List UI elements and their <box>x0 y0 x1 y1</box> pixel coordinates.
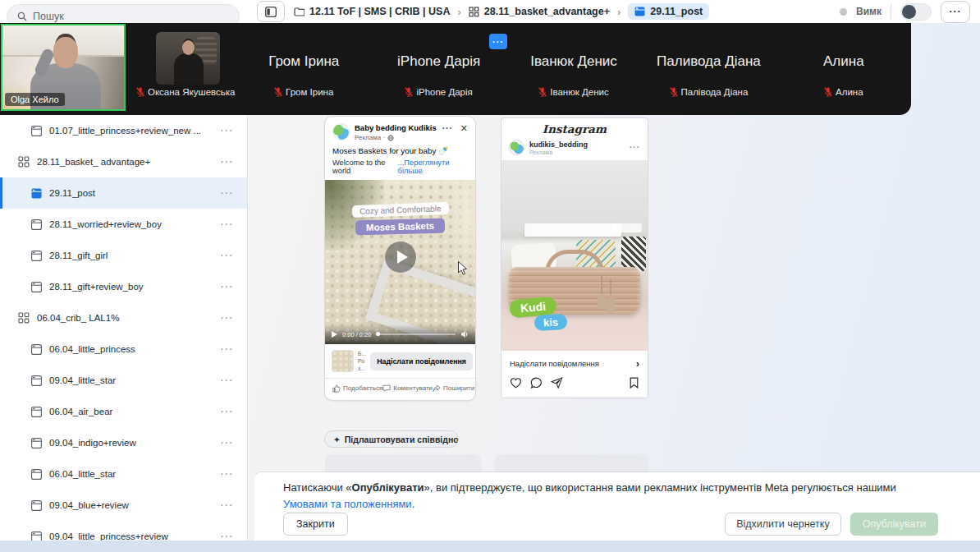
row-options-button[interactable]: ··· <box>221 189 234 198</box>
sidebar-item-ad[interactable]: 06.04_air_bear ··· <box>0 396 247 427</box>
muted-mic-icon <box>136 87 144 97</box>
adset-grid-icon <box>18 312 30 324</box>
sidebar-item-label: 29.11_post <box>49 188 95 198</box>
publish-button[interactable]: Опублікувати <box>850 513 938 536</box>
sidebar-item-label: 09.04_indigo+review <box>49 438 136 448</box>
participant-audio-tile[interactable]: Іванюк Денис Іванюк Денис <box>506 23 641 115</box>
sidebar-item-ad[interactable]: 06.04_little_star ··· <box>0 458 247 490</box>
sidebar-item-ad-selected[interactable]: 29.11_post ··· <box>0 177 247 209</box>
muted-mic-icon <box>824 87 832 97</box>
sidebar-item-ad[interactable]: 09.04_indigo+review ··· <box>0 427 247 458</box>
video-play-icon[interactable] <box>332 331 337 338</box>
sidebar-item-label: 09.04_blue+review <box>49 500 129 510</box>
participant-name: Гром Ірина <box>236 53 371 70</box>
bookmark-icon[interactable] <box>629 377 639 389</box>
ad-icon <box>31 375 42 386</box>
ad-icon <box>31 126 42 136</box>
ad-status-toggle[interactable] <box>900 3 932 21</box>
post-options-button[interactable]: ··· <box>442 124 453 133</box>
breadcrumb-adset[interactable]: 28.11_basket_advantage+ <box>469 6 610 17</box>
terms-link[interactable]: Умовами та положеннями <box>283 498 412 510</box>
heart-icon[interactable] <box>510 377 522 389</box>
window-bottom-strip <box>0 540 980 552</box>
row-options-button[interactable]: ··· <box>221 220 234 229</box>
breadcrumb-campaign[interactable]: 12.11 ToF | SMS | CRIB | USA <box>294 6 450 17</box>
page-avatar <box>332 123 350 140</box>
row-options-button[interactable]: ··· <box>221 314 234 323</box>
ad-video-player[interactable]: Cozy and Comfortable Moses Baskets 0:00 … <box>325 180 475 344</box>
ad-image[interactable]: Kudi kis <box>501 160 648 351</box>
row-options-button[interactable]: ··· <box>221 345 234 354</box>
comment-button[interactable]: Коментувати <box>382 384 433 393</box>
video-controls[interactable]: 0:00 / 0:20 <box>325 324 475 344</box>
row-options-button[interactable]: ··· <box>221 158 234 167</box>
send-message-button[interactable]: Надіслати повідомлення <box>370 352 473 370</box>
adjust-ratio-label: Підлаштовувати співвідно <box>345 435 459 444</box>
sidebar-item-ad[interactable]: 28.11_worried+review_boy ··· <box>0 209 247 240</box>
row-options-button[interactable]: ··· <box>221 407 234 416</box>
participant-audio-tile[interactable]: iPhone Дарія iPhone Дарія <box>371 23 506 115</box>
sidebar-item-ad[interactable]: 01.07_little_princess+review_new ... ··· <box>0 115 247 146</box>
participant-name-tag: Olga Хейло <box>5 93 65 106</box>
account-username[interactable]: kudikis_bedding <box>529 140 588 149</box>
ad-icon <box>31 407 42 417</box>
video-progress-bar[interactable] <box>376 334 456 336</box>
participant-audio-tile[interactable]: Алина Алина <box>776 23 911 115</box>
cta-caption-line: з... <box>358 365 366 372</box>
send-message-row[interactable]: Надіслати повідомлення › <box>501 351 648 373</box>
post-options-button[interactable]: ··· <box>630 143 640 152</box>
ad-icon <box>31 219 42 230</box>
page-name[interactable]: Baby bedding Kudikis <box>355 123 437 132</box>
comment-icon[interactable] <box>530 377 543 389</box>
share-button[interactable]: Поширити <box>433 384 474 393</box>
participant-label: Алина <box>776 87 911 97</box>
zoom-more-options-button[interactable]: ··· <box>489 34 507 49</box>
close-icon[interactable]: ✕ <box>460 123 468 134</box>
row-options-button[interactable]: ··· <box>221 439 234 448</box>
sparkle-icon: ✦ <box>333 435 341 444</box>
participant-silhouette <box>174 53 204 85</box>
row-options-button[interactable]: ··· <box>221 283 234 292</box>
row-options-button[interactable]: ··· <box>221 376 234 385</box>
like-button[interactable]: Подобається <box>332 384 382 393</box>
like-icon <box>332 384 341 393</box>
search-placeholder: Пошук <box>33 11 64 22</box>
breadcrumb-ad-current[interactable]: 29.11_post <box>628 3 709 20</box>
sidebar-item-adset[interactable]: 28.11_basket_ advantage+ ··· <box>0 146 247 177</box>
row-options-button[interactable]: ··· <box>221 126 234 136</box>
mouse-cursor <box>457 260 469 276</box>
sidebar-item-ad[interactable]: 06.04_little_princess ··· <box>0 334 247 365</box>
volume-icon[interactable] <box>460 330 469 338</box>
basket-tassel <box>610 278 611 295</box>
sidebar-item-ad[interactable]: 28.11_gift+review_boy ··· <box>0 271 247 302</box>
adjust-ratio-button[interactable]: ✦ Підлаштовувати співвідно <box>324 430 459 448</box>
topbar-more-button[interactable]: ··· <box>941 1 970 23</box>
sidebar-item-ad[interactable]: 09.04_blue+review ··· <box>0 490 247 521</box>
breadcrumb-chevron: › <box>617 6 621 18</box>
close-button[interactable]: Закрити <box>283 513 348 536</box>
discard-draft-button[interactable]: Відхилити чернетку <box>725 513 841 536</box>
play-button[interactable] <box>385 242 416 273</box>
folder-icon <box>294 7 305 16</box>
sidebar-item-adset[interactable]: 06.04_crib_ LAL1% ··· <box>0 302 247 334</box>
decorative-tag <box>612 223 642 233</box>
zoom-call-overlay: Olga Хейло Оксана Якушевська Гром Ірина … <box>0 23 911 115</box>
row-options-button[interactable]: ··· <box>221 251 234 260</box>
row-options-button[interactable]: ··· <box>221 470 234 479</box>
see-more-link[interactable]: ...Переглянути більше <box>398 159 468 175</box>
campaign-tree-sidebar: 01.07_little_princess+review_new ... ···… <box>0 115 248 552</box>
sidebar-toggle-button[interactable] <box>257 1 285 22</box>
muted-mic-icon <box>405 87 413 97</box>
row-options-button[interactable]: ··· <box>221 532 234 541</box>
sidebar-item-ad[interactable]: 09.04_little_star ··· <box>0 365 247 396</box>
sidebar-item-ad[interactable]: 28.11_gift_girl ··· <box>0 240 247 271</box>
participant-video-olga[interactable]: Olga Хейло <box>1 24 126 111</box>
row-options-button[interactable]: ··· <box>221 501 234 510</box>
share-plane-icon[interactable] <box>551 377 563 389</box>
participant-video-oksana[interactable] <box>156 32 220 85</box>
search-icon <box>17 12 27 21</box>
participant-audio-tile[interactable]: Гром Ірина Гром Ірина <box>236 23 371 115</box>
participant-label: iPhone Дарія <box>371 87 506 97</box>
participant-audio-tile[interactable]: Паливода Діана Палівода Діана <box>641 23 776 115</box>
sidebar-item-label: 09.04_little_star <box>49 375 116 385</box>
